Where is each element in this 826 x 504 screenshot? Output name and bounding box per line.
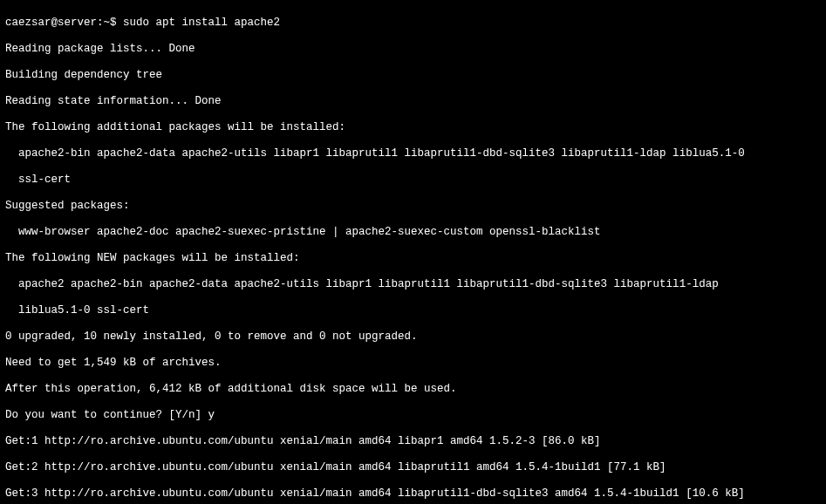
output-line: Building dependency tree — [5, 69, 821, 82]
shell-prompt-line: caezsar@server:~$ sudo apt install apach… — [5, 17, 821, 30]
output-line: Suggested packages: — [5, 200, 821, 213]
output-line: Do you want to continue? [Y/n] y — [5, 409, 821, 422]
output-line: www-browser apache2-doc apache2-suexec-p… — [5, 226, 821, 239]
terminal-output[interactable]: caezsar@server:~$ sudo apt install apach… — [0, 0, 826, 504]
output-line: 0 upgraded, 10 newly installed, 0 to rem… — [5, 330, 821, 344]
output-line: Get:3 http://ro.archive.ubuntu.com/ubunt… — [5, 487, 821, 501]
output-line: Need to get 1,549 kB of archives. — [5, 357, 821, 370]
output-line: ssl-cert — [5, 174, 821, 187]
output-line: The following additional packages will b… — [5, 121, 821, 134]
output-line: After this operation, 6,412 kB of additi… — [5, 383, 821, 396]
output-line: Get:2 http://ro.archive.ubuntu.com/ubunt… — [5, 461, 821, 474]
output-line: The following NEW packages will be insta… — [5, 252, 821, 265]
output-line: Reading package lists... Done — [5, 43, 821, 56]
output-line: apache2-bin apache2-data apache2-utils l… — [5, 147, 821, 160]
output-line: Get:1 http://ro.archive.ubuntu.com/ubunt… — [5, 435, 821, 448]
output-line: apache2 apache2-bin apache2-data apache2… — [5, 278, 821, 291]
output-line: Reading state information... Done — [5, 95, 821, 108]
output-line: liblua5.1-0 ssl-cert — [5, 304, 821, 317]
